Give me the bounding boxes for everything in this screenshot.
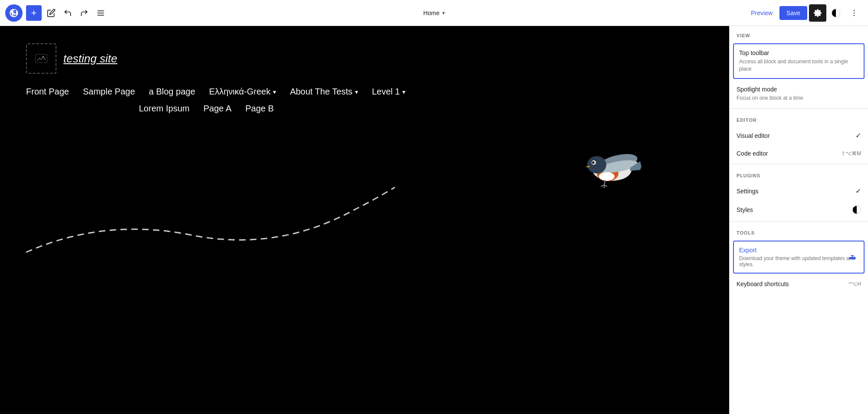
undo-icon — [63, 9, 72, 17]
top-toolbar-item[interactable]: Top toolbar Access all block and documen… — [733, 43, 865, 79]
divider-1 — [730, 108, 868, 109]
divider-2 — [730, 164, 868, 164]
add-block-button[interactable]: + — [26, 5, 42, 21]
nav-row-1: Front Page Sample Page a Blog page Ελλην… — [26, 87, 405, 97]
dashed-path-svg — [17, 174, 408, 261]
visual-editor-title: Visual editor — [736, 132, 770, 139]
visual-editor-check: ✓ — [855, 131, 861, 140]
keyboard-shortcuts-item[interactable]: Keyboard shortcuts ^⌥H — [730, 275, 868, 293]
spotlight-desc: Focus on one block at a time — [736, 95, 861, 102]
page-title-chevron: ▾ — [442, 10, 445, 16]
export-item[interactable]: Export Download your theme with updated … — [733, 241, 865, 274]
editor-canvas[interactable]: testing site Front Page Sample Page a Bl… — [0, 26, 729, 414]
nav-item-lorem-ipsum: Lorem Ipsum — [139, 104, 190, 114]
settings-title: Settings — [736, 188, 759, 195]
visual-editor-item[interactable]: Visual editor ✓ — [730, 126, 868, 145]
svg-point-7 — [43, 56, 44, 58]
divider-3 — [730, 221, 868, 222]
svg-rect-6 — [36, 54, 47, 63]
nav-item-blog-page: a Blog page — [149, 87, 195, 97]
level1-arrow: ▾ — [402, 88, 405, 95]
right-panel: VIEW Top toolbar Access all block and do… — [729, 26, 868, 414]
site-header: testing site Front Page Sample Page a Bl… — [0, 26, 729, 127]
undo-button[interactable] — [60, 5, 76, 21]
edit-button[interactable] — [43, 5, 59, 21]
svg-point-3 — [854, 10, 855, 11]
top-bar: + Home ▾ Preview Save — [0, 0, 868, 26]
site-logo-area: testing site — [26, 43, 117, 74]
list-view-icon — [96, 9, 105, 17]
contrast-button[interactable] — [827, 4, 845, 22]
contrast-icon — [832, 9, 840, 17]
nav-item-about-tests: About The Tests ▾ — [290, 87, 358, 97]
svg-point-14 — [592, 161, 595, 164]
redo-icon — [80, 9, 89, 17]
export-download-icon — [848, 252, 857, 263]
logo-placeholder-icon — [35, 52, 48, 65]
keyboard-shortcuts-shortcut: ^⌥H — [849, 281, 861, 287]
page-title-area[interactable]: Home ▾ — [423, 10, 444, 16]
svg-point-15 — [599, 172, 615, 181]
list-view-button[interactable] — [93, 5, 108, 21]
spotlight-title: Spotlight mode — [736, 86, 861, 93]
styles-icon — [852, 205, 861, 214]
top-toolbar-desc: Access all block and document tools in a… — [739, 58, 858, 73]
top-toolbar-title: Top toolbar — [739, 49, 858, 56]
bird-illustration — [573, 135, 651, 192]
svg-point-4 — [854, 12, 855, 13]
keyboard-shortcuts-title: Keyboard shortcuts — [736, 280, 789, 287]
nav-item-sample-page: Sample Page — [83, 87, 135, 97]
more-icon — [850, 9, 858, 17]
wp-logo[interactable] — [5, 4, 23, 22]
export-title: Export — [739, 247, 858, 254]
nav-item-greek: Ελληνικά-Greek ▾ — [209, 87, 276, 97]
redo-button[interactable] — [76, 5, 92, 21]
nav-item-front-page: Front Page — [26, 87, 69, 97]
main-area: testing site Front Page Sample Page a Bl… — [0, 26, 868, 414]
svg-rect-2 — [98, 15, 104, 16]
nav-item-page-a: Page A — [204, 104, 232, 114]
preview-button[interactable]: Preview — [746, 6, 778, 20]
canvas-decorative — [0, 127, 729, 271]
spotlight-mode-item[interactable]: Spotlight mode Focus on one block at a t… — [730, 81, 868, 107]
tools-section-label: TOOLS — [730, 223, 868, 239]
code-editor-shortcut: ⇧⌥⌘M — [841, 150, 861, 156]
editor-section-label: EDITOR — [730, 111, 868, 126]
nav-item-page-b: Page B — [245, 104, 274, 114]
site-title: testing site — [63, 52, 117, 65]
page-title: Home — [423, 10, 439, 16]
pen-icon — [47, 9, 56, 17]
settings-check: ✓ — [855, 187, 861, 195]
plugins-section-label: PLUGINS — [730, 166, 868, 182]
wp-logo-icon — [9, 8, 19, 18]
styles-item[interactable]: Styles — [730, 200, 868, 219]
more-options-button[interactable] — [845, 4, 863, 22]
export-desc: Download your theme with updated templat… — [739, 255, 858, 267]
settings-button[interactable] — [809, 4, 826, 22]
svg-rect-0 — [98, 10, 104, 11]
nav-row-2: Lorem Ipsum Page A Page B — [139, 104, 274, 114]
download-icon — [848, 252, 857, 261]
svg-rect-1 — [98, 13, 104, 13]
gear-icon — [813, 9, 822, 17]
svg-line-19 — [604, 185, 607, 186]
code-editor-item[interactable]: Code editor ⇧⌥⌘M — [730, 145, 868, 162]
greek-arrow: ▾ — [273, 88, 276, 95]
svg-point-5 — [854, 15, 855, 16]
svg-line-17 — [601, 185, 604, 186]
svg-point-12 — [587, 156, 606, 173]
styles-title: Styles — [736, 206, 753, 213]
nav-item-level1: Level 1 ▾ — [372, 87, 406, 97]
settings-item[interactable]: Settings ✓ — [730, 182, 868, 200]
about-arrow: ▾ — [355, 88, 358, 95]
site-logo-placeholder — [26, 43, 56, 74]
view-section-label: VIEW — [730, 26, 868, 42]
save-button[interactable]: Save — [779, 6, 807, 20]
code-editor-title: Code editor — [736, 150, 768, 157]
